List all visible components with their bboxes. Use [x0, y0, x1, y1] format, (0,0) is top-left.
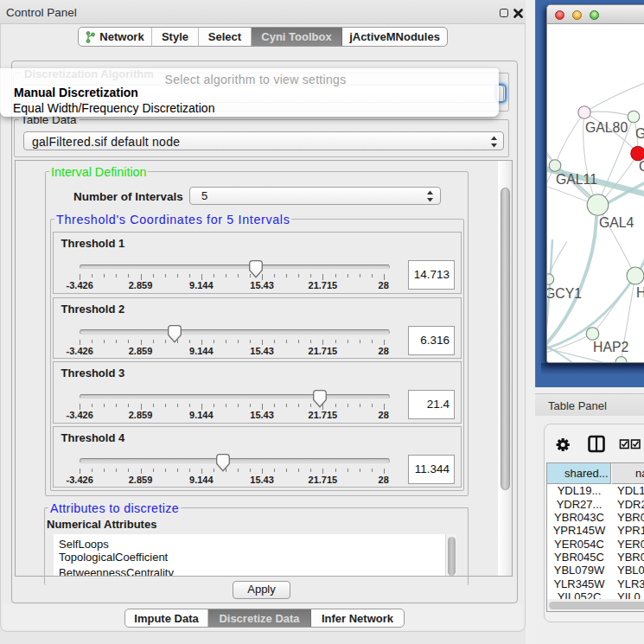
- svg-text:C: C: [639, 159, 644, 174]
- svg-text:GAL80: GAL80: [585, 120, 628, 135]
- svg-text:GCY1: GCY1: [547, 286, 582, 301]
- svg-text:GA: GA: [635, 126, 644, 141]
- svg-text:H: H: [636, 285, 644, 300]
- svg-text:HAP2: HAP2: [593, 340, 628, 354]
- svg-text:GAL11: GAL11: [556, 172, 597, 187]
- svg-text:GAL4: GAL4: [599, 215, 634, 230]
